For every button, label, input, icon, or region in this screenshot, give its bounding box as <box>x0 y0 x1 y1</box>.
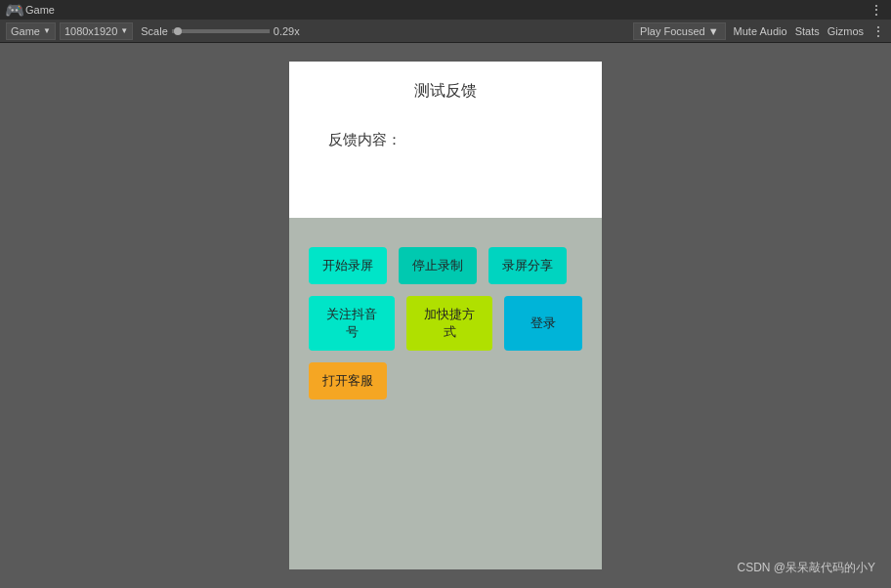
watermark: CSDN @呆呆敲代码的小Y <box>737 560 875 576</box>
feedback-content-label: 反馈内容： <box>328 131 402 149</box>
top-bar-title: Game <box>25 4 55 16</box>
top-bar: 🎮 Game ⋮ <box>0 0 891 20</box>
toolbar-right: Play Focused ▼ Mute Audio Stats Gizmos ⋮ <box>633 22 885 40</box>
focused-label: Focused <box>664 25 705 37</box>
login-button[interactable]: 登录 <box>504 296 582 351</box>
toolbar-menu-dots[interactable]: ⋮ <box>871 23 885 39</box>
open-customer-service-button[interactable]: 打开客服 <box>309 362 387 399</box>
scale-slider[interactable] <box>172 29 270 33</box>
button-row-3: 打开客服 <box>309 362 582 399</box>
feedback-title: 测试反馈 <box>414 81 477 102</box>
resolution-dropdown[interactable]: 1080x1920 ▼ <box>60 22 133 40</box>
scale-thumb <box>174 27 182 35</box>
stop-recording-button[interactable]: 停止录制 <box>399 247 477 284</box>
game-icon: 🎮 <box>8 3 21 17</box>
focused-arrow: ▼ <box>708 25 719 37</box>
phone-screen: 测试反馈 反馈内容： 开始录屏 停止录制 录屏分享 关注抖音号 加快捷方式 登录… <box>289 62 602 569</box>
main-area: 测试反馈 反馈内容： 开始录屏 停止录制 录屏分享 关注抖音号 加快捷方式 登录… <box>0 43 891 588</box>
start-recording-button[interactable]: 开始录屏 <box>309 247 387 284</box>
follow-douyin-button[interactable]: 关注抖音号 <box>309 296 395 351</box>
add-shortcut-button[interactable]: 加快捷方式 <box>406 296 492 351</box>
play-label: Play <box>640 25 660 37</box>
stats-button[interactable]: Stats <box>795 25 820 37</box>
scale-label: Scale <box>141 25 168 37</box>
toolbar: Game ▼ 1080x1920 ▼ Scale 0.29x Play Focu… <box>0 20 891 43</box>
scale-value: 0.29x <box>274 25 300 37</box>
share-recording-button[interactable]: 录屏分享 <box>488 247 567 284</box>
mute-audio-button[interactable]: Mute Audio <box>734 25 787 37</box>
play-focused-button[interactable]: Play Focused ▼ <box>633 22 726 40</box>
button-row-1: 开始录屏 停止录制 录屏分享 <box>309 247 582 284</box>
button-row-2: 关注抖音号 加快捷方式 登录 <box>309 296 582 351</box>
buttons-area: 开始录屏 停止录制 录屏分享 关注抖音号 加快捷方式 登录 打开客服 <box>289 218 602 569</box>
top-bar-menu-dots[interactable]: ⋮ <box>870 2 883 18</box>
game-dropdown[interactable]: Game ▼ <box>6 22 56 40</box>
scale-control: Scale 0.29x <box>141 25 299 37</box>
feedback-panel: 测试反馈 反馈内容： <box>289 62 602 218</box>
gizmos-button[interactable]: Gizmos <box>827 25 864 37</box>
